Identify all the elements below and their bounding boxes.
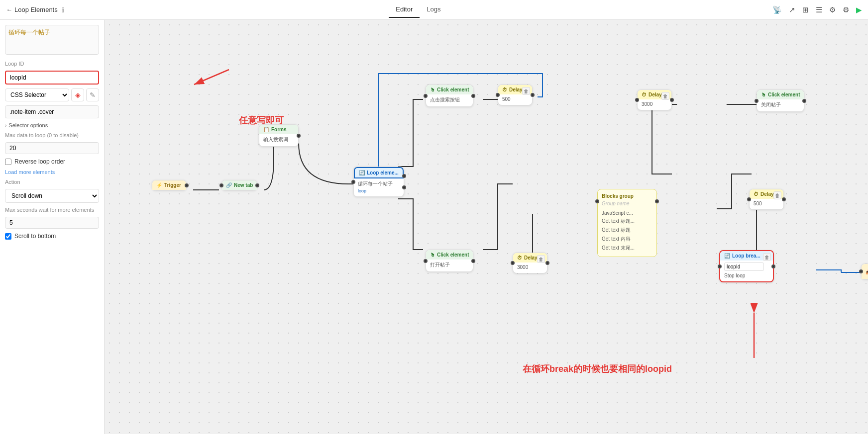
click2-out-dot: [802, 99, 806, 103]
selector-magic-icon[interactable]: ✎: [86, 88, 99, 101]
run-icon[interactable]: ▶: [856, 5, 862, 14]
connections-svg: [105, 20, 868, 434]
click3-header: 🖱 Click element: [426, 250, 473, 260]
topbar: ← Loop Elements ℹ Editor Logs 📡 ↗ ⊞ ☰ ⚙ …: [0, 0, 868, 20]
menu-icon[interactable]: ☰: [816, 5, 822, 14]
reverse-loop-checkbox[interactable]: [5, 159, 11, 165]
selector-row: CSS Selector ◈ ✎: [5, 88, 99, 101]
delay1-delete-btn[interactable]: 🗑: [522, 87, 530, 95]
trigger-node-header: ⚡ Trigger: [152, 180, 186, 190]
loop-in-dot: [351, 180, 355, 184]
selector-pick-icon[interactable]: ◈: [71, 88, 84, 101]
delay1-node[interactable]: ⏱ Delay 🗑 500: [498, 85, 533, 105]
click2-body: 关闭帖子: [757, 99, 804, 111]
max-data-input[interactable]: [5, 142, 99, 154]
loop-break-body: Stop loop: [720, 260, 773, 281]
action-dropdown[interactable]: Scroll down: [5, 189, 99, 203]
loop-break-node[interactable]: 🔄 Loop brea... 🗑 Stop loop: [719, 250, 774, 282]
annotation-bottom: 在循环break的时候也要相同的loopid: [523, 363, 672, 375]
selector-options-label: Selector options: [8, 122, 48, 128]
settings2-icon[interactable]: ⚙: [843, 5, 849, 14]
trigger-node[interactable]: ⚡ Trigger: [152, 180, 187, 190]
new-tab-in-dot: [219, 183, 223, 187]
css-selector-input[interactable]: [5, 105, 99, 118]
back-button[interactable]: ← Loop Elements: [6, 6, 58, 13]
click2-node[interactable]: 🖱 Click element 关闭帖子: [757, 89, 804, 112]
delay-top-label: Delay: [649, 92, 662, 97]
loop-description-textarea[interactable]: 循环每一个帖子: [5, 25, 99, 55]
delay3-in-dot: [747, 197, 751, 201]
share-icon[interactable]: ↗: [789, 5, 795, 14]
delay1-label: Delay: [509, 87, 523, 92]
click1-in-dot: [424, 94, 428, 98]
delay2-label: Delay: [524, 255, 538, 260]
delay-top-node[interactable]: ⏱ Delay 🗑 3000: [637, 89, 672, 110]
blocks-item-2: Get text 标题: [602, 226, 652, 235]
loop-sub: 循环每一个帖子: [358, 180, 400, 187]
info-icon[interactable]: ℹ: [62, 6, 64, 14]
loop-out-top: [402, 174, 406, 178]
broadcast-icon[interactable]: 📡: [772, 5, 782, 14]
blocks-in-dot: [595, 199, 599, 203]
click1-header: 🖱 Click element: [426, 85, 473, 94]
loop-break-out-dot: [771, 264, 775, 268]
click2-in-dot: [755, 99, 759, 103]
delay2-node[interactable]: ⏱ Delay 🗑 3000: [513, 253, 547, 273]
scroll-to-bottom-row: Scroll to bottom: [5, 233, 99, 240]
loop-icon: 🔄: [359, 170, 365, 175]
delay2-icon: ⏱: [517, 255, 522, 260]
delay3-body: 500: [750, 199, 783, 209]
click3-in-dot: [424, 259, 428, 263]
delay3-icon: ⏱: [754, 191, 759, 197]
new-tab-node[interactable]: 🔗 New tab: [221, 180, 257, 190]
click2-header: 🖱 Click element: [757, 90, 804, 99]
forms-label: Forms: [271, 127, 287, 132]
delay3-delete-btn[interactable]: 🗑: [773, 191, 781, 199]
loop-break-stop: Stop loop: [724, 273, 769, 278]
export-node[interactable]: 📤 Export data: [861, 263, 868, 279]
delay2-body: 3000: [513, 262, 547, 273]
blocks-group-name-placeholder: Group name: [602, 201, 652, 206]
tab-editor[interactable]: Editor: [389, 1, 420, 18]
loop-body: 循环每一个帖子 loop: [354, 178, 404, 196]
click1-out-dot: [471, 94, 475, 98]
selector-options-toggle[interactable]: › Selector options: [5, 122, 99, 128]
click1-sub: 点击搜索按钮: [430, 96, 469, 103]
delay-top-delete-btn[interactable]: 🗑: [661, 92, 669, 100]
forms-node[interactable]: 📋 Forms 输入搜索词: [259, 124, 299, 147]
reverse-loop-row: Reverse loop order: [5, 158, 99, 165]
topbar-title: Loop Elements: [14, 6, 58, 13]
max-seconds-input[interactable]: [5, 217, 99, 229]
click1-node[interactable]: 🖱 Click element 点击搜索按钮: [426, 85, 473, 107]
load-more-link[interactable]: Load more elements: [5, 169, 99, 175]
click3-body: 打开帖子: [426, 260, 473, 271]
forms-sub: 输入搜索词: [263, 136, 294, 143]
blocks-group-title: Blocks group: [602, 193, 652, 199]
loop-node[interactable]: 🔄 Loop eleme... 循环每一个帖子 loop: [353, 167, 404, 197]
click2-label: Click element: [768, 92, 800, 97]
blocks-group-node[interactable]: Blocks group Group name JavaScript c... …: [597, 189, 657, 257]
loop-break-field-input[interactable]: [724, 262, 764, 271]
delay-top-in-dot: [635, 98, 639, 102]
click3-node[interactable]: 🖱 Click element 打开帖子: [426, 250, 473, 272]
grid-icon[interactable]: ⊞: [802, 5, 809, 14]
delay1-value: 500: [502, 96, 528, 102]
tab-logs[interactable]: Logs: [420, 1, 447, 18]
loop-break-delete-btn[interactable]: 🗑: [763, 253, 771, 261]
loop-tag: loop: [358, 188, 400, 193]
loop-label: Loop eleme...: [367, 170, 399, 175]
settings-icon[interactable]: ⚙: [829, 5, 836, 14]
loop-id-input[interactable]: [5, 71, 99, 85]
canvas: 任意写即可 ⚡ Trigger 🔗 New tab: [105, 20, 868, 434]
scroll-to-bottom-checkbox[interactable]: [5, 233, 11, 240]
blocks-item-4: Get text 末尾...: [602, 244, 652, 253]
newtab-icon: 🔗: [226, 182, 232, 188]
new-tab-header: 🔗 New tab: [222, 180, 257, 190]
selector-type-dropdown[interactable]: CSS Selector: [5, 88, 69, 101]
delay3-node[interactable]: ⏱ Delay 🗑 500: [749, 189, 784, 210]
delay2-delete-btn[interactable]: 🗑: [537, 255, 545, 263]
trigger-label: Trigger: [164, 182, 181, 188]
click3-icon: 🖱: [430, 252, 435, 258]
forms-header: 📋 Forms: [259, 125, 298, 134]
delay1-icon: ⏱: [502, 87, 507, 92]
